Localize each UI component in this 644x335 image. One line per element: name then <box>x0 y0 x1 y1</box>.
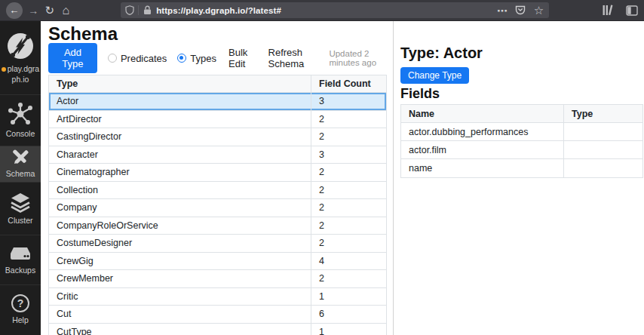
table-row[interactable]: CutType1 <box>49 324 386 335</box>
field-type-cell <box>563 141 642 158</box>
field-count-cell: 3 <box>311 146 386 164</box>
field-count-cell: 2 <box>311 235 386 252</box>
fields-title: Fields <box>400 85 644 102</box>
help-question-icon: ? <box>11 294 29 312</box>
forward-button[interactable]: → <box>26 2 42 19</box>
sidebar-item-cluster[interactable]: Cluster <box>0 182 41 235</box>
table-row[interactable]: Company2 <box>49 199 386 217</box>
back-button[interactable]: ← <box>6 2 23 19</box>
type-name-cell: Character <box>49 146 311 164</box>
pocket-icon[interactable] <box>515 5 526 15</box>
type-name-cell: Critic <box>49 288 311 306</box>
field-count-cell: 1 <box>311 324 386 335</box>
sidebar-item-schema[interactable]: Schema <box>0 146 41 182</box>
field-count-cell: 2 <box>311 128 386 146</box>
sidebar-item-console[interactable]: Console <box>0 94 41 146</box>
column-header-type: Type <box>49 75 311 92</box>
field-type-cell <box>563 123 642 140</box>
refresh-schema-button[interactable]: Refresh Schema <box>268 47 320 69</box>
type-name-cell: Collection <box>49 182 311 199</box>
table-row[interactable]: Critic1 <box>49 288 386 306</box>
type-name-cell: Company <box>49 199 311 217</box>
field-count-cell: 2 <box>311 270 386 287</box>
fields-table-header: Name Type <box>401 105 642 123</box>
table-row[interactable]: CrewMember2 <box>49 270 386 288</box>
lock-icon[interactable] <box>143 5 152 15</box>
sidebar-item-label: Console <box>1 129 40 139</box>
library-icon[interactable] <box>602 5 614 16</box>
types-label[interactable]: Types <box>190 53 216 64</box>
field-row[interactable]: actor.film <box>401 141 642 159</box>
type-name-cell: Cut <box>49 306 311 323</box>
type-name-cell: Actor <box>49 93 311 110</box>
sidebar-item-label: Schema <box>1 169 40 179</box>
sidebar-item-label: Backups <box>1 266 40 275</box>
schema-toolbar: Add Type Predicates Types Bulk Edit Refr… <box>48 48 393 68</box>
field-count-cell: 6 <box>311 306 386 323</box>
types-radio-group[interactable]: Types <box>177 53 216 64</box>
type-table: Type Field Count Actor3ArtDirector2Casti… <box>48 75 387 335</box>
bulk-edit-button[interactable]: Bulk Edit <box>228 47 256 69</box>
tracking-shield-icon[interactable] <box>125 5 134 15</box>
table-row[interactable]: Collection2 <box>49 182 386 200</box>
console-graph-icon <box>8 102 33 126</box>
sidebar-item-backups[interactable]: Backups <box>0 235 41 284</box>
change-type-button[interactable]: Change Type <box>400 67 469 84</box>
field-count-cell: 2 <box>311 199 386 217</box>
column-header-field-type: Type <box>563 105 642 122</box>
url-text: https://play.dgraph.io/?latest# <box>156 6 491 15</box>
schema-tools-icon <box>12 149 29 166</box>
table-row[interactable]: Character3 <box>49 146 386 164</box>
type-name-cell: CostumeDesigner <box>49 235 311 252</box>
column-header-name: Name <box>401 105 563 122</box>
column-header-field-count: Field Count <box>311 75 386 92</box>
table-row[interactable]: Cinematographer2 <box>49 164 386 182</box>
type-name-cell: ArtDirector <box>49 111 311 128</box>
type-name-cell: CrewMember <box>49 270 311 287</box>
field-row[interactable]: name <box>401 159 642 177</box>
type-detail-panel: Type: Actor Change Type Fields Name Type… <box>393 21 644 335</box>
sidebar-endpoint-label: play.dgraph.io <box>1 64 40 84</box>
reload-button[interactable]: ↻ <box>41 2 58 19</box>
field-type-cell <box>563 159 642 177</box>
detail-title: Type: Actor <box>400 45 644 61</box>
table-row[interactable]: Cut6 <box>49 306 386 324</box>
type-name-cell: CutType <box>49 324 311 335</box>
fields-table-body: actor.dubbing_performancesactor.filmname <box>401 123 642 177</box>
fields-table: Name Type actor.dubbing_performancesacto… <box>400 104 643 178</box>
field-name-cell: actor.dubbing_performances <box>401 123 563 140</box>
predicates-label[interactable]: Predicates <box>121 53 167 64</box>
browser-chrome: ← → ↻ ⌂ https://play.dgraph.io/?latest# … <box>0 0 644 21</box>
types-radio[interactable] <box>177 54 186 63</box>
home-button[interactable]: ⌂ <box>58 2 75 19</box>
table-row[interactable]: CompanyRoleOrService2 <box>49 217 386 235</box>
table-row[interactable]: CastingDirector2 <box>49 128 386 146</box>
sidebar-item-help[interactable]: ? Help <box>0 284 41 335</box>
sidebar-item-label: Cluster <box>1 216 40 226</box>
table-row[interactable]: ArtDirector2 <box>49 111 386 129</box>
field-name-cell: actor.film <box>401 141 563 158</box>
page-title: Schema <box>48 23 393 45</box>
table-row[interactable]: Actor3 <box>49 93 386 111</box>
table-row[interactable]: CrewGig4 <box>49 253 386 271</box>
type-name-cell: CrewGig <box>49 253 311 270</box>
predicates-radio-group[interactable]: Predicates <box>108 53 167 64</box>
predicates-radio[interactable] <box>108 54 117 63</box>
backups-drive-icon <box>9 244 32 263</box>
url-bar[interactable]: https://play.dgraph.io/?latest# ⋯ ☆ <box>121 2 549 18</box>
field-row[interactable]: actor.dubbing_performances <box>401 123 642 141</box>
updated-timestamp: Updated 2 minutes ago <box>329 49 393 67</box>
add-type-button[interactable]: Add Type <box>48 43 97 73</box>
type-name-cell: CompanyRoleOrService <box>49 217 311 235</box>
field-count-cell: 3 <box>311 93 386 110</box>
bookmark-star-icon[interactable]: ☆ <box>533 2 544 19</box>
table-row[interactable]: CostumeDesigner2 <box>49 235 386 253</box>
urlbar-divider <box>138 5 139 15</box>
type-table-header: Type Field Count <box>49 75 386 93</box>
sidebar-logo-item[interactable]: play.dgraph.io <box>0 21 41 94</box>
sidebar-toggle-icon[interactable] <box>626 5 638 16</box>
page-actions-icon[interactable]: ⋯ <box>497 2 508 19</box>
field-count-cell: 1 <box>311 288 386 306</box>
app-sidebar: play.dgraph.io Console <box>0 21 41 335</box>
field-count-cell: 2 <box>311 111 386 128</box>
